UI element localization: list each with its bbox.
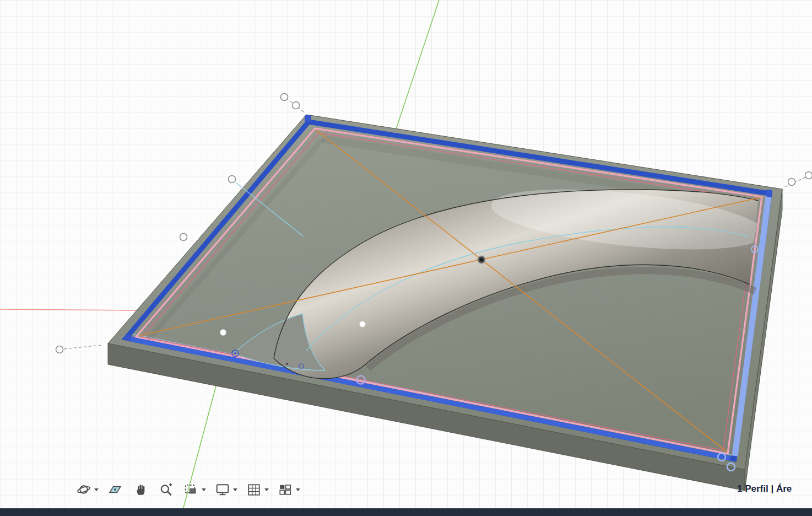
corner-marker-top[interactable] xyxy=(305,115,311,122)
orbit-icon xyxy=(77,482,91,497)
drag-handle-top-2[interactable] xyxy=(281,94,288,101)
orbit-dropdown-caret[interactable] xyxy=(94,488,99,491)
handle-leader-left xyxy=(64,345,102,349)
look-at-button[interactable] xyxy=(106,480,124,499)
x-axis-line xyxy=(0,309,137,310)
display-settings-group xyxy=(214,480,237,499)
viewports-button[interactable] xyxy=(277,480,294,499)
zoom-magnifier-icon xyxy=(159,482,173,497)
orbit-group xyxy=(75,480,99,499)
y-axis-line-upper xyxy=(396,0,439,129)
zoom-group xyxy=(157,480,175,499)
drag-handle-bottom-left[interactable] xyxy=(56,346,63,353)
grid-layout-icon xyxy=(247,482,261,497)
orbit-button[interactable] xyxy=(75,480,93,499)
center-point-inner xyxy=(480,259,483,261)
pan-group xyxy=(132,480,149,499)
window-zoom-dropdown-caret[interactable] xyxy=(202,488,206,491)
display-settings-dropdown-caret[interactable] xyxy=(233,488,237,491)
drag-handle-upper-left[interactable] xyxy=(229,176,236,183)
display-settings-button[interactable] xyxy=(214,480,231,499)
model-scene[interactable] xyxy=(0,0,812,516)
grid-layout-button[interactable] xyxy=(245,480,263,499)
viewports-dropdown-caret[interactable] xyxy=(296,488,300,491)
viewports-icon xyxy=(278,482,293,497)
look-at-icon xyxy=(108,482,122,497)
navigation-toolbar xyxy=(75,479,308,500)
viewports-group xyxy=(277,480,300,499)
display-settings-icon xyxy=(215,482,230,497)
pan-button[interactable] xyxy=(132,480,149,499)
drag-handle-left[interactable] xyxy=(180,234,187,241)
zoom-button[interactable] xyxy=(157,480,175,499)
bottom-bar xyxy=(0,508,812,516)
window-zoom-icon xyxy=(184,482,198,497)
grid-layout-dropdown-caret[interactable] xyxy=(264,488,269,491)
window-zoom-group xyxy=(182,480,206,499)
pan-hand-icon xyxy=(133,482,148,497)
corner-marker-left[interactable] xyxy=(125,335,131,341)
grid-layout-group xyxy=(245,480,269,499)
sketch-point-white-1[interactable] xyxy=(220,330,226,336)
sketch-point-blue-dot xyxy=(234,352,236,354)
corner-marker-right[interactable] xyxy=(766,190,772,196)
window-zoom-button[interactable] xyxy=(182,480,200,499)
sketch-point-white-2[interactable] xyxy=(360,321,366,327)
selection-status-text: 1 Perfil | Áre xyxy=(737,483,792,494)
drag-handle-right-1[interactable] xyxy=(788,179,795,186)
selection-status: 1 Perfil | Áre xyxy=(737,483,792,495)
viewport-canvas[interactable]: 1 Perfil | Áre xyxy=(0,0,812,516)
drag-handle-right-2[interactable] xyxy=(805,172,812,179)
look-at-group xyxy=(106,480,124,499)
sketch-point-dark-dot[interactable] xyxy=(286,363,288,365)
drag-handle-top-1[interactable] xyxy=(293,102,300,109)
